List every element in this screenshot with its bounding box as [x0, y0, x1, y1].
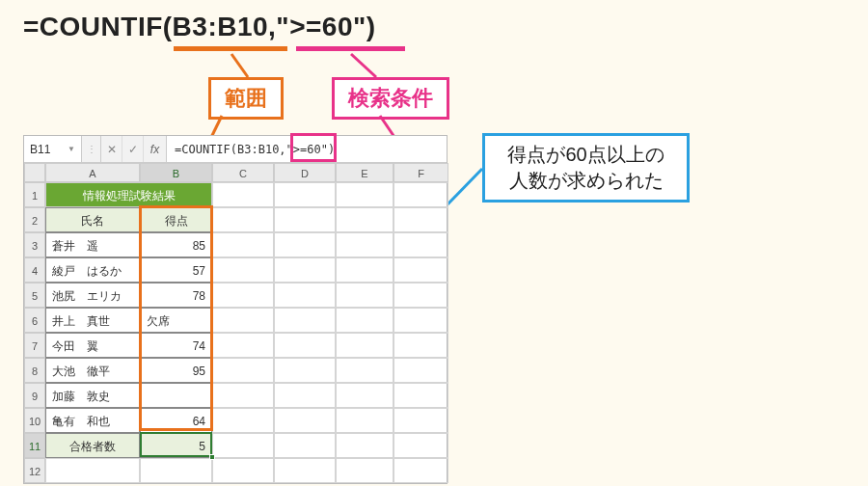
row-header[interactable]: 8 — [24, 358, 45, 383]
cell[interactable] — [212, 458, 274, 483]
cell-score[interactable]: 85 — [140, 232, 212, 257]
cell-score[interactable]: 57 — [140, 257, 212, 283]
cell[interactable] — [336, 458, 393, 483]
cell[interactable] — [274, 458, 336, 483]
cell[interactable] — [274, 182, 336, 207]
cell[interactable] — [393, 182, 448, 207]
summary-label[interactable]: 合格者数 — [45, 433, 140, 458]
cell[interactable] — [274, 383, 336, 408]
fill-handle[interactable] — [209, 454, 215, 460]
summary-value[interactable]: 5 — [140, 433, 212, 458]
cell[interactable] — [393, 308, 448, 333]
cell[interactable] — [336, 433, 393, 458]
merged-title[interactable]: 情報処理試験結果 — [45, 182, 212, 207]
cell[interactable] — [212, 182, 274, 207]
cell-name[interactable]: 今田 翼 — [45, 333, 140, 358]
cell[interactable] — [393, 232, 448, 257]
cell[interactable] — [212, 433, 274, 458]
cell[interactable] — [212, 232, 274, 257]
spreadsheet-grid[interactable]: A B C D E F 1 情報処理試験結果 2 氏名 得点 3 蒼井 遥 85… — [24, 163, 447, 483]
cell[interactable] — [274, 308, 336, 333]
row-header[interactable]: 3 — [24, 232, 45, 257]
cell[interactable] — [212, 257, 274, 283]
row-header[interactable]: 7 — [24, 333, 45, 358]
corner-header[interactable] — [24, 163, 45, 182]
cell-score[interactable] — [140, 383, 212, 408]
underline-condition — [296, 46, 405, 51]
cell[interactable] — [212, 283, 274, 308]
row-header[interactable]: 1 — [24, 182, 45, 207]
cell[interactable] — [274, 283, 336, 308]
row-header[interactable]: 12 — [24, 458, 45, 483]
cell[interactable] — [45, 458, 140, 483]
cell[interactable] — [274, 257, 336, 283]
cell[interactable] — [274, 207, 336, 232]
cell[interactable] — [140, 458, 212, 483]
cell-name[interactable]: 池尻 エリカ — [45, 283, 140, 308]
cell[interactable] — [336, 408, 393, 433]
row-header[interactable]: 4 — [24, 257, 45, 283]
cell[interactable] — [336, 383, 393, 408]
col-header[interactable]: C — [212, 163, 274, 182]
cell[interactable] — [274, 408, 336, 433]
cell[interactable] — [336, 207, 393, 232]
col-header[interactable]: E — [336, 163, 393, 182]
cancel-button[interactable]: ✕ — [101, 136, 122, 162]
cell-score[interactable]: 64 — [140, 408, 212, 433]
confirm-button[interactable]: ✓ — [122, 136, 144, 162]
cell-name[interactable]: 加藤 敦史 — [45, 383, 140, 408]
name-box-dropdown-icon[interactable]: ▼ — [68, 145, 75, 153]
cell[interactable] — [393, 433, 448, 458]
formula-bar[interactable]: =COUNTIF(B3:B10,">=60") — [167, 136, 447, 162]
row-header[interactable]: 10 — [24, 408, 45, 433]
cell-name[interactable]: 綾戸 はるか — [45, 257, 140, 283]
svg-line-0 — [231, 54, 248, 77]
header-name[interactable]: 氏名 — [45, 207, 140, 232]
cell[interactable] — [393, 458, 448, 483]
header-score[interactable]: 得点 — [140, 207, 212, 232]
cell[interactable] — [212, 207, 274, 232]
cell[interactable] — [393, 358, 448, 383]
cell[interactable] — [274, 232, 336, 257]
cell[interactable] — [212, 408, 274, 433]
cell[interactable] — [393, 283, 448, 308]
fx-icon[interactable]: fx — [144, 136, 167, 162]
row-header[interactable]: 6 — [24, 308, 45, 333]
col-header[interactable]: A — [45, 163, 140, 182]
cell[interactable] — [393, 408, 448, 433]
cell[interactable] — [274, 333, 336, 358]
row-header[interactable]: 11 — [24, 433, 45, 458]
cell-name[interactable]: 蒼井 遥 — [45, 232, 140, 257]
cell[interactable] — [336, 358, 393, 383]
cell[interactable] — [212, 383, 274, 408]
cell[interactable] — [212, 358, 274, 383]
cell[interactable] — [336, 283, 393, 308]
cell-name[interactable]: 井上 真世 — [45, 308, 140, 333]
cell[interactable] — [393, 257, 448, 283]
col-header[interactable]: D — [274, 163, 336, 182]
cell[interactable] — [212, 308, 274, 333]
cell[interactable] — [393, 333, 448, 358]
cell[interactable] — [336, 333, 393, 358]
cell-name[interactable]: 亀有 和也 — [45, 408, 140, 433]
row-header[interactable]: 2 — [24, 207, 45, 232]
cell[interactable] — [336, 182, 393, 207]
cell[interactable] — [393, 207, 448, 232]
cell[interactable] — [274, 358, 336, 383]
cell-name[interactable]: 大池 徹平 — [45, 358, 140, 383]
cell[interactable] — [212, 333, 274, 358]
cell-score[interactable]: 74 — [140, 333, 212, 358]
cell[interactable] — [336, 257, 393, 283]
row-header[interactable]: 5 — [24, 283, 45, 308]
name-box[interactable]: B11 ▼ — [24, 136, 82, 162]
cell-score[interactable]: 欠席 — [140, 308, 212, 333]
cell[interactable] — [393, 383, 448, 408]
cell-score[interactable]: 95 — [140, 358, 212, 383]
cell-score[interactable]: 78 — [140, 283, 212, 308]
cell[interactable] — [336, 232, 393, 257]
cell[interactable] — [274, 433, 336, 458]
col-header[interactable]: F — [393, 163, 448, 182]
col-header[interactable]: B — [140, 163, 212, 182]
row-header[interactable]: 9 — [24, 383, 45, 408]
cell[interactable] — [336, 308, 393, 333]
